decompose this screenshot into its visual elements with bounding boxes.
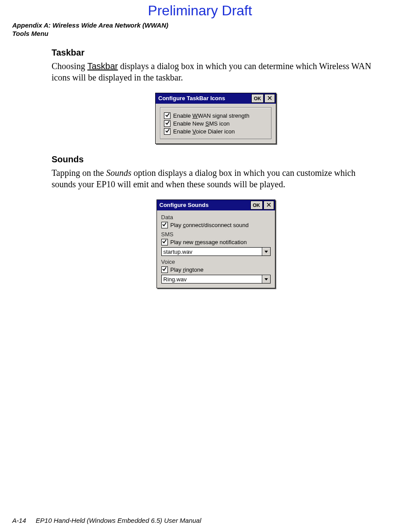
dialog-configure-taskbar: Configure TaskBar Icons OK — [155, 93, 276, 144]
paragraph-taskbar: Choosing Taskbar displays a dialog box i… — [52, 60, 380, 83]
chevron-down-icon — [264, 276, 268, 282]
dialog-title: Configure Sounds — [160, 202, 250, 208]
checkbox-row-connect: Play connect/disconnect sound — [161, 222, 271, 228]
checkbox-row-voice: Enable Voice Dialer icon — [164, 128, 268, 135]
checkbox-row-message: Play new message notification — [161, 239, 271, 245]
checkbox-connect-sound[interactable] — [161, 222, 168, 228]
paragraph-sounds: Tapping on the Sounds option displays a … — [52, 167, 380, 190]
ok-button[interactable]: OK — [251, 94, 264, 103]
close-icon — [267, 203, 271, 208]
dialog-title: Configure TaskBar Icons — [158, 95, 250, 102]
checkbox-label: Enable New SMS icon — [173, 120, 230, 127]
header-line-1: Appendix A: Wireless Wide Area Network (… — [12, 21, 388, 30]
checkbox-message-notification[interactable] — [161, 239, 168, 245]
chevron-down-icon — [264, 248, 268, 255]
checkbox-label: Enable Voice Dialer icon — [173, 128, 235, 135]
close-button[interactable] — [264, 94, 275, 103]
section-heading-taskbar: Taskbar — [52, 48, 380, 58]
dialog-configure-sounds: Configure Sounds OK Data Play conn — [157, 200, 275, 288]
dropdown-button[interactable] — [262, 275, 270, 283]
dialog-body: Enable WWAN signal strength Enable New S… — [160, 107, 271, 139]
checkbox-label: Enable WWAN signal strength — [173, 112, 249, 119]
select-value: Ring.wav — [162, 275, 262, 283]
checkmark-icon — [165, 120, 170, 127]
select-value: startup.wav — [162, 248, 262, 256]
dialog-body: Data Play connect/disconnect sound SMS P… — [157, 210, 275, 288]
close-button[interactable] — [264, 201, 274, 210]
checkbox-label: Play ringtone — [170, 266, 204, 273]
checkbox-ringtone[interactable] — [161, 266, 168, 273]
select-ringtone[interactable]: Ring.wav — [161, 275, 271, 284]
checkmark-icon — [162, 266, 167, 273]
checkbox-label: Play connect/disconnect sound — [170, 222, 249, 228]
page-header: Appendix A: Wireless Wide Area Network (… — [12, 21, 388, 38]
checkbox-wwan-signal[interactable] — [164, 112, 170, 119]
para-text: Choosing — [52, 61, 87, 71]
checkmark-icon — [162, 239, 167, 245]
checkbox-voice-dialer[interactable] — [164, 128, 170, 135]
checkbox-row-wwan: Enable WWAN signal strength — [164, 112, 268, 119]
checkbox-row-ringtone: Play ringtone — [161, 266, 271, 273]
checkbox-label: Play new message notification — [170, 239, 247, 245]
titlebar: Configure Sounds OK — [157, 200, 275, 210]
taskbar-link-text: Taskbar — [87, 61, 118, 71]
header-line-2: Tools Menu — [12, 30, 388, 38]
titlebar: Configure TaskBar Icons OK — [156, 93, 276, 104]
dropdown-button[interactable] — [262, 248, 270, 256]
checkmark-icon — [162, 222, 167, 228]
checkmark-icon — [165, 112, 170, 119]
section-heading-sounds: Sounds — [52, 154, 380, 164]
ok-button[interactable]: OK — [250, 201, 263, 210]
group-label-data: Data — [161, 214, 271, 220]
para-text: Tapping on the — [52, 168, 106, 178]
close-icon — [268, 96, 272, 101]
sounds-em-text: Sounds — [106, 168, 132, 178]
group-label-voice: Voice — [161, 259, 271, 265]
page-footer: A-14 EP10 Hand-Held (Windows Embedded 6.… — [12, 517, 201, 524]
select-sms-sound[interactable]: startup.wav — [161, 247, 271, 256]
page-number: A-14 — [12, 517, 26, 524]
checkbox-row-sms: Enable New SMS icon — [164, 120, 268, 127]
checkmark-icon — [165, 128, 170, 135]
group-label-sms: SMS — [161, 231, 271, 238]
footer-title: EP10 Hand-Held (Windows Embedded 6.5) Us… — [36, 517, 201, 524]
checkbox-new-sms[interactable] — [164, 120, 170, 127]
preliminary-draft-text: Preliminary Draft — [12, 3, 388, 19]
